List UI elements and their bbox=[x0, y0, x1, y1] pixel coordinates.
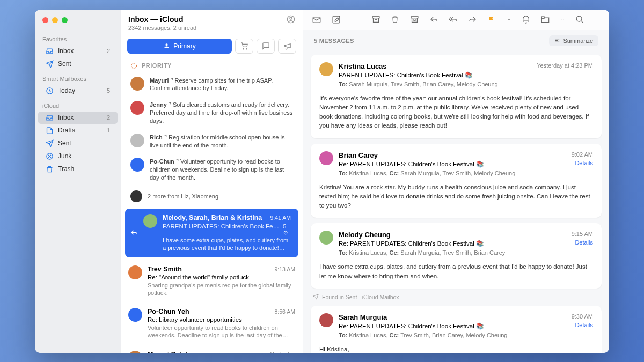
sidebar-item-junk[interactable]: Junk bbox=[38, 150, 118, 162]
thread-message-card[interactable]: Sarah MurguiaRe: PARENT UPDATES: Childre… bbox=[311, 306, 602, 353]
message-item[interactable]: Melody, Sarah, Brian & Kristina9:41 AMPA… bbox=[125, 209, 298, 257]
move-icon[interactable] bbox=[540, 15, 550, 25]
card-subject: Re: PARENT UPDATES: Children's Book Fest… bbox=[339, 160, 566, 168]
flag-icon[interactable] bbox=[487, 15, 496, 25]
trash-icon[interactable] bbox=[390, 15, 400, 25]
priority-item[interactable]: Jenny ⌝ Sofa cleared customs and ready f… bbox=[121, 97, 303, 129]
fullscreen-window-button[interactable] bbox=[62, 17, 68, 23]
message-time: 9:41 AM bbox=[270, 215, 291, 221]
updates-tab[interactable] bbox=[257, 39, 275, 54]
details-link[interactable]: Details bbox=[572, 322, 593, 328]
sidebar-item-sent[interactable]: Sent bbox=[38, 137, 118, 150]
thread-scroll[interactable]: Kristina LucasPARENT UPDATES: Children's… bbox=[303, 49, 609, 353]
avatar bbox=[128, 265, 142, 279]
transactions-tab[interactable] bbox=[235, 39, 253, 54]
thread-message-card[interactable]: Kristina LucasPARENT UPDATES: Children's… bbox=[311, 55, 602, 138]
priority-item[interactable]: Po-Chun ⌝ Volunteer opportunity to read … bbox=[121, 153, 303, 186]
notify-icon[interactable] bbox=[521, 15, 531, 25]
message-from: Mayuri Patel bbox=[148, 351, 187, 353]
priority-item[interactable]: Rich ⌝ Registration for middle school op… bbox=[121, 129, 303, 154]
flag-dropdown-icon[interactable] bbox=[506, 15, 511, 25]
priority-more-text: 2 more from Liz, Xiaomeng bbox=[148, 193, 218, 200]
details-link[interactable]: Details bbox=[572, 160, 593, 166]
card-subject: PARENT UPDATES: Children's Book Festival… bbox=[339, 71, 531, 79]
mailbox-title: Inbox — iCloud bbox=[128, 15, 184, 24]
priority-text: Jenny ⌝ Sofa cleared customs and ready f… bbox=[150, 101, 293, 125]
card-body-text: I have some extra cups, plates, and cutl… bbox=[319, 262, 593, 281]
sidebar-item-label: Junk bbox=[58, 152, 106, 160]
close-window-button[interactable] bbox=[42, 17, 48, 23]
card-sender-name: Melody Cheung bbox=[339, 231, 566, 239]
svg-rect-10 bbox=[372, 17, 379, 18]
priority-text: Rich ⌝ Registration for middle school op… bbox=[150, 134, 293, 150]
avatar bbox=[130, 101, 144, 115]
svg-point-5 bbox=[243, 49, 244, 49]
card-sender-name: Sarah Murguia bbox=[339, 313, 566, 321]
message-item[interactable]: Mayuri PatelYesterdayMother/daughter cam… bbox=[121, 345, 303, 353]
message-from: Melody, Sarah, Brian & Kristina bbox=[163, 214, 262, 221]
priority-more-row[interactable]: 2 more from Liz, Xiaomeng bbox=[121, 186, 303, 206]
reply-icon[interactable] bbox=[429, 15, 438, 25]
card-sender-name: Brian Carey bbox=[339, 151, 566, 159]
envelope-icon[interactable] bbox=[312, 15, 321, 25]
sidebar-item-drafts[interactable]: Drafts1 bbox=[38, 124, 118, 137]
compose-icon[interactable] bbox=[331, 15, 341, 25]
primary-tab[interactable]: Primary bbox=[127, 39, 232, 54]
avatar bbox=[130, 158, 144, 172]
category-tabs: Primary bbox=[121, 35, 303, 57]
sidebar-item-badge: 5 bbox=[107, 87, 110, 94]
svg-point-7 bbox=[131, 63, 137, 68]
message-time: 9:13 AM bbox=[274, 266, 295, 272]
sidebar-item-label: Sent bbox=[58, 139, 106, 147]
message-item[interactable]: Po-Chun Yeh8:56 AMRe: Library volunteer … bbox=[121, 302, 303, 345]
card-time: 9:15 AM bbox=[572, 231, 593, 237]
sidebar: FavoritesInbox2SentSmart MailboxesToday5… bbox=[35, 10, 121, 353]
card-time: 9:02 AM bbox=[572, 151, 593, 158]
card-recipients: To: Kristina Lucas, Cc: Sarah Murguia, T… bbox=[339, 249, 566, 256]
search-icon[interactable] bbox=[575, 15, 584, 25]
forward-icon[interactable] bbox=[467, 15, 477, 25]
sidebar-item-sent[interactable]: Sent bbox=[38, 58, 118, 70]
card-time: 9:30 AM bbox=[572, 313, 593, 320]
sidebar-item-label: Inbox bbox=[58, 114, 103, 121]
message-list-scroll[interactable]: PRIORITY Mayuri ⌝ Reserve camp sites for… bbox=[121, 57, 303, 353]
sidebar-section-header: Favorites bbox=[35, 34, 121, 45]
avatar bbox=[319, 62, 333, 76]
thread-message-card[interactable]: Melody CheungRe: PARENT UPDATES: Childre… bbox=[311, 223, 602, 289]
svg-rect-11 bbox=[411, 17, 418, 18]
card-recipients: To: Kristina Lucas, Cc: Trev Smith, Bria… bbox=[339, 332, 566, 338]
avatar bbox=[128, 308, 142, 322]
minimize-window-button[interactable] bbox=[52, 17, 58, 23]
message-snippet: Sharing grandpa's pelmenis recipe for th… bbox=[148, 282, 295, 297]
card-time: Yesterday at 4:23 PM bbox=[537, 62, 593, 69]
card-subject: Re: PARENT UPDATES: Children's Book Fest… bbox=[339, 240, 566, 247]
mailbox-subtitle: 2342 messages, 2 unread bbox=[128, 25, 295, 31]
details-link[interactable]: Details bbox=[572, 239, 593, 246]
svg-point-4 bbox=[166, 43, 168, 46]
move-dropdown-icon[interactable] bbox=[560, 15, 565, 25]
contact-icon[interactable] bbox=[287, 15, 295, 24]
message-from: Trev Smith bbox=[148, 265, 182, 273]
sidebar-item-inbox[interactable]: Inbox2 bbox=[38, 45, 118, 57]
summarize-button[interactable]: Summarize bbox=[549, 35, 598, 46]
junk-icon[interactable] bbox=[409, 15, 419, 25]
sidebar-item-inbox[interactable]: Inbox2 bbox=[38, 112, 118, 124]
thread-message-card[interactable]: Brian CareyRe: PARENT UPDATES: Children'… bbox=[311, 144, 602, 218]
priority-section-header: PRIORITY bbox=[121, 57, 303, 72]
window-controls bbox=[35, 15, 121, 31]
sidebar-item-label: Today bbox=[58, 87, 103, 94]
sidebar-section-header: iCloud bbox=[35, 100, 121, 111]
svg-point-3 bbox=[290, 17, 292, 19]
message-item[interactable]: Trev Smith9:13 AMRe: "Around the world" … bbox=[121, 260, 303, 302]
promotions-tab[interactable] bbox=[278, 39, 296, 54]
priority-item[interactable]: Mayuri ⌝ Reserve camp sites for the trip… bbox=[121, 72, 303, 97]
archive-icon[interactable] bbox=[371, 15, 380, 25]
thread-message-count: 5 MESSAGES bbox=[314, 38, 354, 44]
message-from: Po-Chun Yeh bbox=[148, 308, 189, 315]
reply-all-icon[interactable] bbox=[448, 15, 458, 25]
sidebar-item-label: Inbox bbox=[58, 47, 103, 55]
message-subject: Re: Library volunteer opportunities bbox=[148, 316, 242, 323]
sidebar-item-trash[interactable]: Trash bbox=[38, 163, 118, 175]
sidebar-item-today[interactable]: Today5 bbox=[38, 85, 118, 97]
message-subject: PARENT UPDATES: Children's Book Festival… bbox=[163, 223, 280, 230]
